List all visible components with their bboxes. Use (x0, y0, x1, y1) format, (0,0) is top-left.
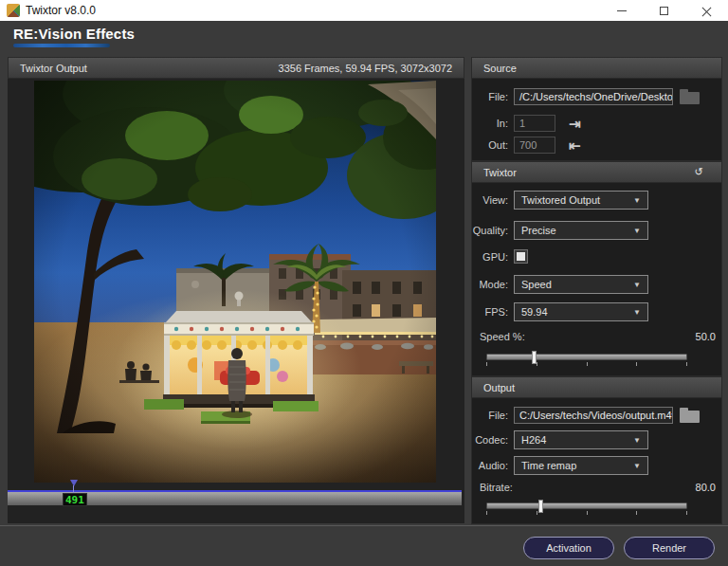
maximize-icon[interactable] (643, 0, 685, 21)
gpu-checkbox[interactable] (514, 249, 528, 264)
source-file-input[interactable]: /C:/Users/techs/OneDrive/Desktop/DCIM/DJ… (514, 88, 673, 105)
view-label: View: (472, 194, 508, 206)
gpu-label: GPU: (472, 251, 508, 263)
controls-panel: Source File: /C:/Users/techs/OneDrive/De… (471, 57, 722, 523)
preview-panel-header: Twixtor Output 3356 Frames, 59.94 FPS, 3… (8, 57, 464, 79)
output-title: Output (483, 382, 515, 393)
app-icon (7, 4, 20, 17)
brand-header: RE:Vision Effects (13, 26, 135, 47)
output-file-input[interactable]: C:/Users/techs/Videos/output.m4v (514, 407, 673, 424)
footer-bar: Activation Render (0, 525, 728, 566)
set-out-point-icon[interactable]: ⇤ (569, 138, 581, 153)
brand-name: RE:Vision Effects (13, 26, 135, 42)
out-label: Out: (472, 139, 508, 151)
fps-dropdown[interactable]: 59.94 ▼ (514, 302, 648, 321)
output-section-header: Output (471, 376, 722, 398)
speed-slider[interactable] (486, 354, 687, 360)
chevron-down-icon: ▼ (633, 196, 641, 205)
chevron-down-icon: ▼ (633, 436, 641, 445)
set-in-point-icon[interactable]: ⇥ (569, 117, 581, 131)
activation-button[interactable]: Activation (523, 537, 614, 559)
out-frame-input[interactable]: 700 (514, 137, 555, 154)
view-dropdown[interactable]: Twixtored Output ▼ (514, 191, 648, 210)
chevron-down-icon: ▼ (633, 227, 641, 235)
output-section: File: C:/Users/techs/Videos/output.m4v C… (471, 398, 722, 524)
source-section-header: Source (471, 57, 722, 79)
minimize-icon[interactable] (600, 0, 643, 21)
timeline-track[interactable]: 491 (8, 490, 462, 505)
current-frame-counter: 491 (63, 493, 87, 506)
output-file-label: File: (472, 410, 508, 421)
fps-label: FPS: (472, 306, 508, 318)
output-browse-folder-icon[interactable] (680, 408, 700, 423)
twixtor-title: Twixtor (483, 167, 517, 178)
bitrate-value: 80.0 (696, 482, 716, 493)
in-label: In: (472, 118, 508, 129)
window-title: Twixtor v8.0.0 (26, 4, 96, 17)
codec-label: Codec: (472, 434, 508, 446)
render-button[interactable]: Render (624, 537, 715, 559)
reset-icon[interactable]: ↺ (687, 163, 710, 181)
twixtor-window: Twixtor v8.0.0 RE:Vision Effects Twixtor… (0, 0, 728, 566)
preview-image (34, 81, 436, 483)
in-frame-input[interactable]: 1 (514, 115, 555, 132)
chevron-down-icon: ▼ (633, 281, 641, 289)
mode-dropdown[interactable]: Speed ▼ (514, 275, 648, 294)
audio-label: Audio: (472, 460, 508, 471)
bitrate-slider-ticks (486, 511, 687, 515)
source-file-label: File: (472, 91, 508, 102)
speed-label: Speed %: (480, 331, 525, 342)
chevron-down-icon: ▼ (633, 308, 641, 317)
speed-slider-ticks (486, 362, 687, 366)
bitrate-label: Bitrate: (480, 482, 513, 493)
bitrate-slider[interactable] (486, 502, 687, 509)
audio-dropdown[interactable]: Time remap ▼ (514, 456, 648, 475)
chevron-down-icon: ▼ (633, 462, 641, 470)
close-icon[interactable] (685, 0, 728, 21)
clip-info: 3356 Frames, 59.94 FPS, 3072x3072 (279, 63, 452, 74)
twixtor-section-header: Twixtor ↺ (471, 161, 722, 183)
source-title: Source (483, 63, 517, 74)
quality-dropdown[interactable]: Precise ▼ (514, 221, 648, 240)
speed-value: 50.0 (696, 331, 716, 342)
quality-label: Quality: (472, 225, 508, 236)
mode-label: Mode: (472, 279, 508, 290)
preview-panel: Twixtor Output 3356 Frames, 59.94 FPS, 3… (8, 57, 464, 523)
twixtor-section: View: Twixtored Output ▼ Quality: Precis… (471, 183, 722, 376)
preview-panel-title: Twixtor Output (20, 63, 87, 74)
source-browse-folder-icon[interactable] (680, 89, 700, 104)
codec-dropdown[interactable]: H264 ▼ (514, 430, 648, 449)
brand-tagline-decoration (13, 44, 110, 47)
source-section: File: /C:/Users/techs/OneDrive/Desktop/D… (471, 79, 722, 161)
titlebar: Twixtor v8.0.0 (0, 0, 728, 21)
